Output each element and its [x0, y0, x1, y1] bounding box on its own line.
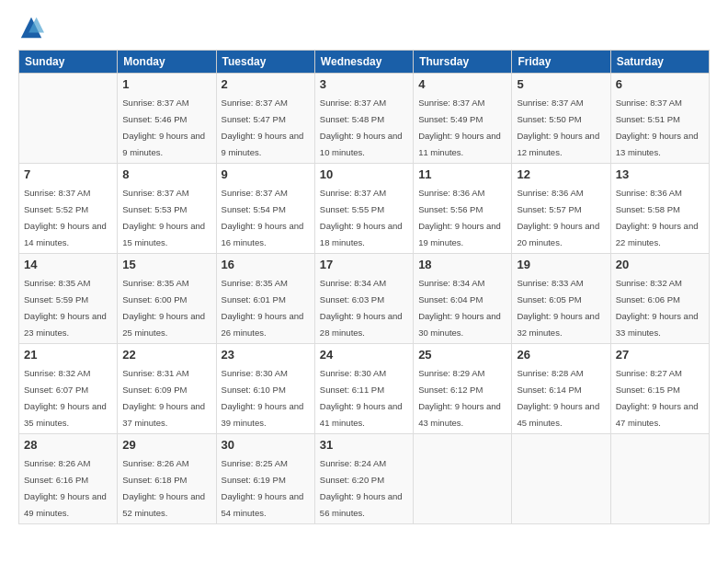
- day-detail: Sunrise: 8:35 AMSunset: 6:01 PMDaylight:…: [222, 278, 304, 338]
- day-number: 5: [517, 77, 605, 91]
- day-cell: 10Sunrise: 8:37 AMSunset: 5:55 PMDayligh…: [314, 164, 413, 254]
- day-number: 4: [418, 77, 506, 91]
- day-number: 3: [320, 77, 408, 91]
- day-detail: Sunrise: 8:36 AMSunset: 5:57 PMDaylight:…: [517, 188, 599, 247]
- day-cell: 20Sunrise: 8:32 AMSunset: 6:06 PMDayligh…: [610, 254, 709, 344]
- day-cell: 15Sunrise: 8:35 AMSunset: 6:00 PMDayligh…: [118, 254, 216, 344]
- day-detail: Sunrise: 8:30 AMSunset: 6:11 PMDaylight:…: [320, 368, 403, 428]
- day-number: 16: [222, 258, 310, 271]
- header-day: Sunday: [19, 51, 118, 74]
- day-detail: Sunrise: 8:34 AMSunset: 6:03 PMDaylight:…: [320, 278, 403, 338]
- day-cell: [19, 74, 118, 164]
- day-detail: Sunrise: 8:32 AMSunset: 6:07 PMDaylight:…: [24, 368, 107, 428]
- day-cell: 1Sunrise: 8:37 AMSunset: 5:46 PMDaylight…: [118, 74, 216, 164]
- day-number: 28: [24, 438, 112, 452]
- day-detail: Sunrise: 8:37 AMSunset: 5:50 PMDaylight:…: [517, 98, 599, 157]
- week-row: 7Sunrise: 8:37 AMSunset: 5:52 PMDaylight…: [19, 164, 710, 254]
- day-number: 31: [320, 438, 408, 452]
- day-number: 12: [517, 167, 605, 181]
- day-number: 10: [320, 167, 408, 181]
- day-number: 25: [418, 348, 506, 362]
- day-detail: Sunrise: 8:33 AMSunset: 6:05 PMDaylight:…: [517, 278, 599, 338]
- day-cell: 28Sunrise: 8:26 AMSunset: 6:16 PMDayligh…: [19, 434, 118, 524]
- day-detail: Sunrise: 8:36 AMSunset: 5:56 PMDaylight:…: [418, 188, 501, 247]
- day-detail: Sunrise: 8:34 AMSunset: 6:04 PMDaylight:…: [418, 278, 501, 338]
- day-detail: Sunrise: 8:37 AMSunset: 5:48 PMDaylight:…: [320, 98, 403, 157]
- day-cell: [414, 434, 512, 524]
- day-number: 1: [122, 77, 210, 91]
- day-detail: Sunrise: 8:37 AMSunset: 5:53 PMDaylight:…: [122, 188, 205, 247]
- day-number: 14: [24, 258, 112, 271]
- day-number: 19: [517, 258, 605, 271]
- day-detail: Sunrise: 8:35 AMSunset: 6:00 PMDaylight:…: [122, 278, 205, 338]
- day-cell: 12Sunrise: 8:36 AMSunset: 5:57 PMDayligh…: [512, 164, 610, 254]
- day-number: 21: [24, 348, 112, 362]
- day-cell: 23Sunrise: 8:30 AMSunset: 6:10 PMDayligh…: [216, 344, 314, 434]
- day-number: 22: [122, 348, 210, 362]
- day-cell: 19Sunrise: 8:33 AMSunset: 6:05 PMDayligh…: [512, 254, 610, 344]
- day-cell: 6Sunrise: 8:37 AMSunset: 5:51 PMDaylight…: [610, 74, 709, 164]
- logo: [18, 15, 48, 40]
- day-cell: 16Sunrise: 8:35 AMSunset: 6:01 PMDayligh…: [216, 254, 314, 344]
- day-cell: 26Sunrise: 8:28 AMSunset: 6:14 PMDayligh…: [512, 344, 610, 434]
- day-detail: Sunrise: 8:37 AMSunset: 5:54 PMDaylight:…: [222, 188, 304, 247]
- header-day: Thursday: [414, 51, 512, 74]
- day-cell: 27Sunrise: 8:27 AMSunset: 6:15 PMDayligh…: [610, 344, 709, 434]
- calendar-table: SundayMondayTuesdayWednesdayThursdayFrid…: [18, 50, 710, 524]
- week-row: 21Sunrise: 8:32 AMSunset: 6:07 PMDayligh…: [19, 344, 710, 434]
- day-cell: 25Sunrise: 8:29 AMSunset: 6:12 PMDayligh…: [414, 344, 512, 434]
- day-detail: Sunrise: 8:26 AMSunset: 6:18 PMDaylight:…: [122, 458, 205, 518]
- day-number: 27: [616, 348, 704, 362]
- day-detail: Sunrise: 8:37 AMSunset: 5:49 PMDaylight:…: [418, 98, 501, 157]
- day-detail: Sunrise: 8:31 AMSunset: 6:09 PMDaylight:…: [122, 368, 205, 428]
- day-number: 17: [320, 258, 408, 271]
- day-number: 15: [122, 258, 210, 271]
- day-detail: Sunrise: 8:32 AMSunset: 6:06 PMDaylight:…: [616, 278, 699, 338]
- day-detail: Sunrise: 8:27 AMSunset: 6:15 PMDaylight:…: [616, 368, 699, 428]
- day-number: 11: [418, 167, 506, 181]
- day-cell: 8Sunrise: 8:37 AMSunset: 5:53 PMDaylight…: [118, 164, 216, 254]
- day-cell: 24Sunrise: 8:30 AMSunset: 6:11 PMDayligh…: [314, 344, 413, 434]
- day-number: 30: [222, 438, 310, 452]
- header-day: Monday: [118, 51, 216, 74]
- day-cell: 22Sunrise: 8:31 AMSunset: 6:09 PMDayligh…: [118, 344, 216, 434]
- week-row: 14Sunrise: 8:35 AMSunset: 5:59 PMDayligh…: [19, 254, 710, 344]
- day-cell: 4Sunrise: 8:37 AMSunset: 5:49 PMDaylight…: [414, 74, 512, 164]
- week-row: 28Sunrise: 8:26 AMSunset: 6:16 PMDayligh…: [19, 434, 710, 524]
- day-cell: [610, 434, 709, 524]
- header-row: SundayMondayTuesdayWednesdayThursdayFrid…: [19, 51, 710, 74]
- day-number: 24: [320, 348, 408, 362]
- header: [18, 15, 710, 40]
- day-cell: 17Sunrise: 8:34 AMSunset: 6:03 PMDayligh…: [314, 254, 413, 344]
- day-number: 13: [616, 167, 704, 181]
- day-detail: Sunrise: 8:28 AMSunset: 6:14 PMDaylight:…: [517, 368, 599, 428]
- day-cell: 29Sunrise: 8:26 AMSunset: 6:18 PMDayligh…: [118, 434, 216, 524]
- day-detail: Sunrise: 8:37 AMSunset: 5:46 PMDaylight:…: [122, 98, 205, 157]
- day-cell: 21Sunrise: 8:32 AMSunset: 6:07 PMDayligh…: [19, 344, 118, 434]
- day-number: 23: [222, 348, 310, 362]
- day-number: 20: [616, 258, 704, 271]
- day-cell: 11Sunrise: 8:36 AMSunset: 5:56 PMDayligh…: [414, 164, 512, 254]
- day-cell: 13Sunrise: 8:36 AMSunset: 5:58 PMDayligh…: [610, 164, 709, 254]
- day-number: 8: [122, 167, 210, 181]
- day-number: 18: [418, 258, 506, 271]
- day-detail: Sunrise: 8:24 AMSunset: 6:20 PMDaylight:…: [320, 458, 403, 518]
- day-number: 7: [24, 167, 112, 181]
- day-detail: Sunrise: 8:37 AMSunset: 5:52 PMDaylight:…: [24, 188, 107, 247]
- header-day: Wednesday: [314, 51, 413, 74]
- logo-icon: [18, 15, 44, 40]
- day-cell: 30Sunrise: 8:25 AMSunset: 6:19 PMDayligh…: [216, 434, 314, 524]
- day-detail: Sunrise: 8:29 AMSunset: 6:12 PMDaylight:…: [418, 368, 501, 428]
- day-number: 26: [517, 348, 605, 362]
- day-cell: 18Sunrise: 8:34 AMSunset: 6:04 PMDayligh…: [414, 254, 512, 344]
- page: SundayMondayTuesdayWednesdayThursdayFrid…: [0, 0, 728, 563]
- day-cell: 2Sunrise: 8:37 AMSunset: 5:47 PMDaylight…: [216, 74, 314, 164]
- header-day: Friday: [512, 51, 610, 74]
- day-number: 6: [616, 77, 704, 91]
- day-cell: 14Sunrise: 8:35 AMSunset: 5:59 PMDayligh…: [19, 254, 118, 344]
- header-day: Saturday: [610, 51, 709, 74]
- day-detail: Sunrise: 8:37 AMSunset: 5:47 PMDaylight:…: [222, 98, 304, 157]
- day-cell: 5Sunrise: 8:37 AMSunset: 5:50 PMDaylight…: [512, 74, 610, 164]
- header-day: Tuesday: [216, 51, 314, 74]
- day-detail: Sunrise: 8:26 AMSunset: 6:16 PMDaylight:…: [24, 458, 107, 518]
